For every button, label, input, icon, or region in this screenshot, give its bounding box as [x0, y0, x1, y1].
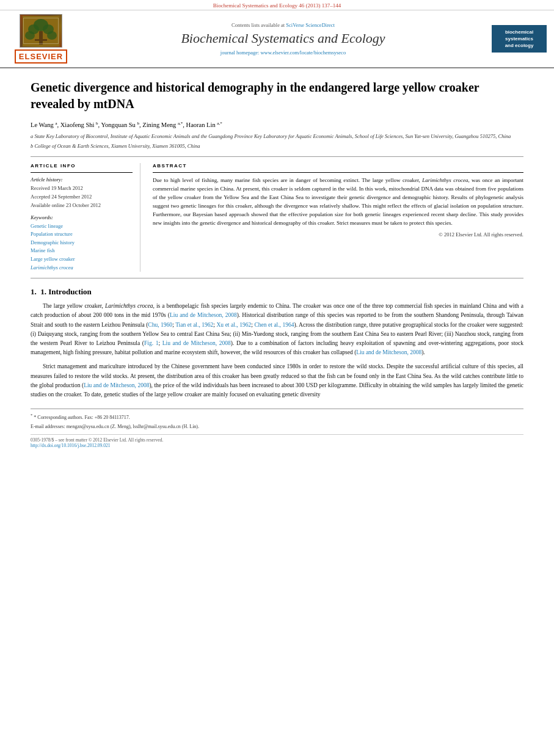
- footer-star-note: * * Corresponding authors. Fax: +86 20 8…: [31, 412, 523, 421]
- authors-line: Le Wang a, Xiaofeng Shi b, Yongquan Su b…: [31, 120, 523, 129]
- sciverse-link[interactable]: SciVerse ScienceDirect: [286, 22, 335, 28]
- doi-link[interactable]: http://dx.doi.org/10.1016/j.bse.2012.09.…: [31, 443, 111, 448]
- svg-point-5: [47, 31, 57, 40]
- svg-point-4: [25, 31, 35, 40]
- svg-point-3: [43, 24, 54, 34]
- received-date: Received 19 March 2012: [31, 185, 133, 192]
- keyword-2[interactable]: Population structure: [31, 230, 133, 239]
- divider-2: [31, 278, 523, 278]
- author-xiaofeng-shi: Xiaofeng Shi b: [60, 122, 98, 128]
- svg-rect-6: [39, 31, 43, 45]
- footer-email-note: E-mail addresses: mengzn@sysu.edu.cn (Z.…: [31, 423, 523, 431]
- introduction-paragraph-2: Strict management and mariculture introd…: [31, 362, 523, 399]
- svg-rect-0: [23, 16, 59, 46]
- logo-area: ELSEVIER: [7, 14, 75, 64]
- affiliation-b: b College of Ocean & Earth Sciences, Xia…: [31, 143, 523, 150]
- ref-tian-1962[interactable]: Tian et al., 1962: [175, 322, 213, 328]
- top-bar: Biochemical Systematics and Ecology 46 (…: [0, 0, 554, 10]
- footer-bottom: 0305-1978/$ – see front matter © 2012 El…: [31, 434, 523, 448]
- journal-citation: Biochemical Systematics and Ecology 46 (…: [213, 2, 341, 9]
- high-word: high: [170, 177, 180, 183]
- author-yongquan-su: Yongquan Su b: [101, 122, 139, 128]
- ref-liu-mitcheson-3[interactable]: Liu and de Mitcheson, 2008: [356, 349, 421, 355]
- article-info-column: ARTICLE INFO Article history: Received 1…: [31, 163, 140, 272]
- keyword-6[interactable]: Larimichthys crocea: [31, 264, 133, 272]
- ref-chen-1964[interactable]: Chen et al., 1964: [254, 322, 294, 328]
- journal-sidebar-badge: biochemical systematics and ecology: [492, 25, 547, 53]
- journal-homepage: journal homepage: www.elsevier.com/locat…: [81, 49, 486, 56]
- ref-liu-mitcheson-2008[interactable]: Liu and de Mitcheson, 2008: [170, 312, 237, 318]
- keyword-1[interactable]: Genetic lineage: [31, 222, 133, 231]
- copyright-line: © 2012 Elsevier Ltd. All rights reserved…: [153, 231, 523, 238]
- keyword-5[interactable]: Large yellow croaker: [31, 255, 133, 264]
- affiliation-a: a State Key Laboratory of Biocontrol, In…: [31, 133, 523, 140]
- journal-center: Contents lists available at SciVerse Sci…: [75, 22, 492, 55]
- keyword-4[interactable]: Marine fish: [31, 247, 133, 255]
- author-zining-meng: Zining Meng a,*: [142, 122, 183, 128]
- ref-xu-1962[interactable]: Xu et al., 1962: [217, 322, 252, 328]
- introduction-heading: 1. 1. Introduction: [31, 287, 523, 297]
- ref-liu-mitcheson-2[interactable]: Liu and de Mitcheson, 2008: [162, 340, 231, 346]
- ref-chu-1960[interactable]: Chu, 1960: [148, 322, 172, 328]
- available-date: Available online 23 October 2012: [31, 202, 133, 209]
- article-content: Genetic divergence and historical demogr…: [0, 68, 554, 460]
- introduction-heading-text: 1. Introduction: [40, 287, 92, 296]
- svg-point-2: [28, 24, 39, 34]
- introduction-paragraph-1: The large yellow croaker, Larimichthys c…: [31, 302, 523, 357]
- elsevier-wordmark: ELSEVIER: [15, 49, 67, 64]
- abstract-column: ABSTRACT Due to high level of fishing, m…: [153, 163, 523, 272]
- svg-point-1: [34, 19, 48, 31]
- divider-1: [31, 156, 523, 157]
- journal-header: ELSEVIER Contents lists available at Sci…: [0, 10, 554, 68]
- footer: * * Corresponding authors. Fax: +86 20 8…: [31, 409, 523, 448]
- article-info-abstract: ARTICLE INFO Article history: Received 1…: [31, 163, 523, 272]
- abstract-heading: ABSTRACT: [153, 163, 523, 169]
- svg-rect-7: [35, 39, 47, 41]
- author-le-wang: Le Wang a: [31, 122, 57, 128]
- ref-fig1[interactable]: Fig. 1: [144, 340, 158, 346]
- accepted-date: Accepted 24 September 2012: [31, 194, 133, 201]
- footer-issn: 0305-1978/$ – see front matter © 2012 El…: [31, 437, 523, 443]
- keyword-3[interactable]: Demographic history: [31, 239, 133, 247]
- keywords-label: Keywords:: [31, 214, 133, 220]
- abstract-text: Due to high level of fishing, many marin…: [153, 176, 523, 228]
- article-info-heading: ARTICLE INFO: [31, 163, 133, 169]
- ref-liu-mitcheson-4[interactable]: Liu and de Mitcheson, 2008: [84, 382, 149, 388]
- article-title: Genetic divergence and historical demogr…: [31, 79, 523, 112]
- contents-line: Contents lists available at SciVerse Sci…: [81, 22, 486, 28]
- article-history-label: Article history:: [31, 176, 133, 183]
- elsevier-tree-logo: [20, 14, 62, 48]
- section-number: 1.: [31, 287, 37, 296]
- journal-title: Biochemical Systematics and Ecology: [81, 31, 486, 46]
- footer-doi: http://dx.doi.org/10.1016/j.bse.2012.09.…: [31, 443, 523, 448]
- author-haoran-lin: Haoran Lin a,*: [186, 122, 222, 128]
